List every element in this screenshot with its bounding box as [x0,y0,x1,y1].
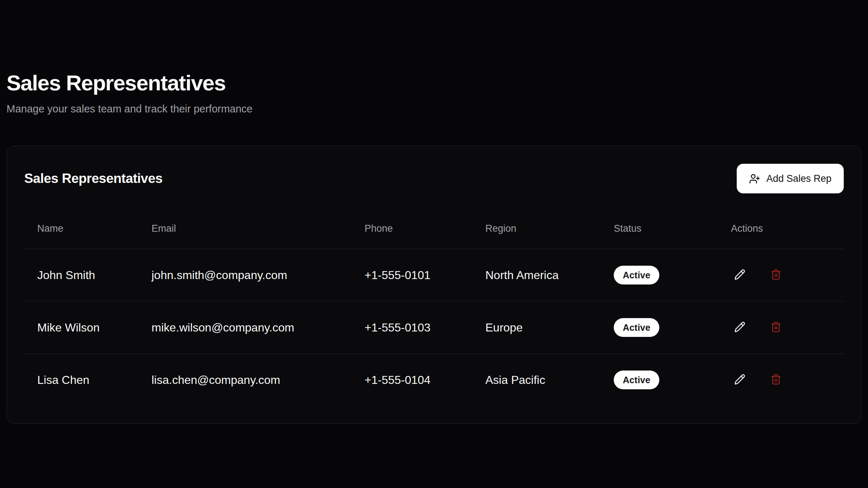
status-cell: Active [601,354,718,406]
phone-cell: +1-555-0101 [352,249,472,301]
status-badge: Active [614,318,659,337]
sales-reps-card: Sales Representatives Add Sales Rep [7,146,861,424]
table-header: NameEmailPhoneRegionStatusActions [24,208,844,249]
region-cell: Asia Pacific [472,354,601,406]
column-header-email: Email [139,208,352,249]
edit-button[interactable] [731,371,748,389]
page-title: Sales Representatives [7,70,861,96]
table-header-row: NameEmailPhoneRegionStatusActions [24,208,844,249]
column-header-status: Status [601,208,718,249]
status-cell: Active [601,249,718,301]
delete-button[interactable] [767,266,784,284]
user-plus-icon [749,173,760,184]
row-actions [731,266,844,284]
trash-icon [770,321,782,334]
actions-cell [718,249,844,301]
delete-button[interactable] [767,371,784,389]
column-header-name: Name [24,208,139,249]
column-header-region: Region [472,208,601,249]
email-cell: mike.wilson@company.com [139,301,352,354]
edit-button[interactable] [731,266,748,284]
edit-button[interactable] [731,319,748,336]
page-header: Sales Representatives Manage your sales … [7,0,861,116]
card-header: Sales Representatives Add Sales Rep [24,163,844,194]
table-row: John Smithjohn.smith@company.com+1-555-0… [24,249,844,301]
name-cell: Lisa Chen [24,354,139,406]
trash-icon [770,269,782,281]
add-sales-rep-label: Add Sales Rep [766,173,831,184]
column-header-phone: Phone [352,208,472,249]
delete-button[interactable] [767,319,784,336]
pencil-icon [734,374,745,386]
status-badge: Active [614,266,659,284]
actions-cell [718,354,844,406]
pencil-icon [734,269,745,281]
region-cell: Europe [472,301,601,354]
phone-cell: +1-555-0103 [352,301,472,354]
trash-icon [770,374,782,386]
add-sales-rep-button[interactable]: Add Sales Rep [737,164,844,193]
page-subtitle: Manage your sales team and track their p… [7,102,861,116]
row-actions [731,371,844,389]
name-cell: John Smith [24,249,139,301]
pencil-icon [734,321,745,334]
row-actions [731,319,844,336]
region-cell: North America [472,249,601,301]
email-cell: john.smith@company.com [139,249,352,301]
actions-cell [718,301,844,354]
email-cell: lisa.chen@company.com [139,354,352,406]
sales-reps-table: NameEmailPhoneRegionStatusActions John S… [24,208,844,406]
table-row: Lisa Chenlisa.chen@company.com+1-555-010… [24,354,844,406]
name-cell: Mike Wilson [24,301,139,354]
phone-cell: +1-555-0104 [352,354,472,406]
column-header-actions: Actions [718,208,844,249]
card-title: Sales Representatives [24,171,162,186]
status-badge: Active [614,371,659,389]
status-cell: Active [601,301,718,354]
table-row: Mike Wilsonmike.wilson@company.com+1-555… [24,301,844,354]
sales-representatives-page: Sales Representatives Manage your sales … [0,0,868,488]
table-body: John Smithjohn.smith@company.com+1-555-0… [24,249,844,406]
